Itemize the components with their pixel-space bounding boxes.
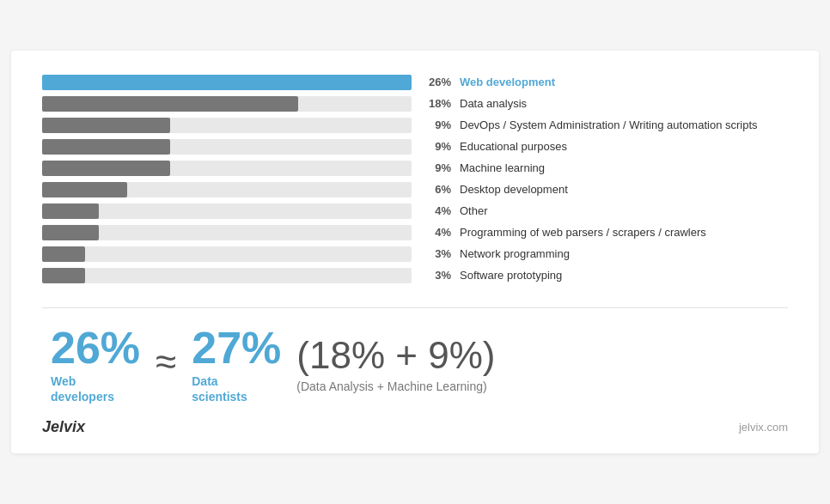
bar-fill bbox=[42, 75, 412, 90]
bar-row: 3%Software prototyping bbox=[42, 268, 788, 283]
bar-fill bbox=[42, 246, 85, 262]
summary-formula-sub: (Data Analysis + Machine Learning) bbox=[296, 380, 495, 393]
bar-label: Desktop development bbox=[460, 183, 568, 196]
summary-left-label: Webdevelopers bbox=[51, 373, 114, 404]
bar-row: 4%Other bbox=[42, 203, 788, 219]
summary-right-label: Datascientists bbox=[192, 373, 247, 404]
bar-row: 3%Network programming bbox=[42, 246, 788, 262]
bar-row: 9%Machine learning bbox=[42, 161, 788, 176]
bar-pct: 9% bbox=[420, 161, 451, 174]
bar-fill bbox=[42, 118, 170, 133]
bar-pct: 26% bbox=[420, 76, 451, 88]
footer: Jelvix jelvix.com bbox=[42, 418, 788, 436]
bar-row: 4%Programming of web parsers / scrapers … bbox=[42, 225, 788, 240]
bar-label: Data analysis bbox=[460, 97, 527, 110]
bar-track bbox=[42, 246, 412, 262]
bar-track bbox=[42, 75, 412, 90]
bar-label: Network programming bbox=[460, 247, 570, 260]
summary-right-pct: 27% bbox=[192, 325, 281, 370]
bar-track bbox=[42, 118, 412, 133]
bar-fill bbox=[42, 268, 85, 283]
summary-left-pct: 26% bbox=[51, 325, 140, 370]
bar-label: Programming of web parsers / scrapers / … bbox=[460, 226, 706, 239]
bar-label: DevOps / System Administration / Writing… bbox=[460, 118, 758, 131]
bar-label: Software prototyping bbox=[460, 269, 562, 282]
bar-pct: 9% bbox=[420, 140, 451, 153]
bar-pct: 3% bbox=[420, 269, 451, 282]
bar-row: 18%Data analysis bbox=[42, 96, 788, 112]
divider bbox=[42, 307, 788, 308]
bar-fill bbox=[42, 225, 99, 240]
summary-left: 26% Webdevelopers bbox=[51, 325, 140, 404]
main-card: 26%Web development18%Data analysis9%DevO… bbox=[11, 51, 819, 453]
bar-pct: 18% bbox=[420, 97, 451, 110]
bar-fill bbox=[42, 161, 170, 176]
bar-fill bbox=[42, 139, 170, 155]
bar-label: Educational purposes bbox=[460, 140, 567, 153]
bar-track bbox=[42, 96, 412, 112]
bar-track bbox=[42, 139, 412, 155]
bar-pct: 6% bbox=[420, 183, 451, 196]
bar-fill bbox=[42, 182, 127, 197]
bar-pct: 4% bbox=[420, 204, 451, 217]
bar-track bbox=[42, 225, 412, 240]
summary-middle: 27% Datascientists bbox=[192, 325, 281, 404]
bar-label: Web development bbox=[460, 76, 555, 88]
bar-track bbox=[42, 182, 412, 197]
url: jelvix.com bbox=[739, 421, 788, 434]
logo: Jelvix bbox=[42, 418, 85, 436]
bar-pct: 3% bbox=[420, 247, 451, 260]
bar-row: 26%Web development bbox=[42, 75, 788, 90]
bar-label: Machine learning bbox=[460, 161, 545, 174]
bar-fill bbox=[42, 203, 99, 219]
bar-fill bbox=[42, 96, 298, 112]
bar-track bbox=[42, 203, 412, 219]
bar-pct: 4% bbox=[420, 226, 451, 239]
approx-symbol: ≈ bbox=[156, 340, 176, 383]
summary-formula: (18% + 9%) bbox=[296, 337, 495, 374]
bar-pct: 9% bbox=[420, 118, 451, 131]
chart-section: 26%Web development18%Data analysis9%DevO… bbox=[42, 75, 788, 283]
summary-formula-block: (18% + 9%) (Data Analysis + Machine Lear… bbox=[296, 337, 495, 393]
bar-row: 9%DevOps / System Administration / Writi… bbox=[42, 118, 788, 133]
bar-row: 6%Desktop development bbox=[42, 182, 788, 197]
bar-track bbox=[42, 161, 412, 176]
summary-section: 26% Webdevelopers ≈ 27% Datascientists (… bbox=[42, 325, 788, 404]
bar-track bbox=[42, 268, 412, 283]
bar-label: Other bbox=[460, 204, 488, 217]
bar-row: 9%Educational purposes bbox=[42, 139, 788, 155]
